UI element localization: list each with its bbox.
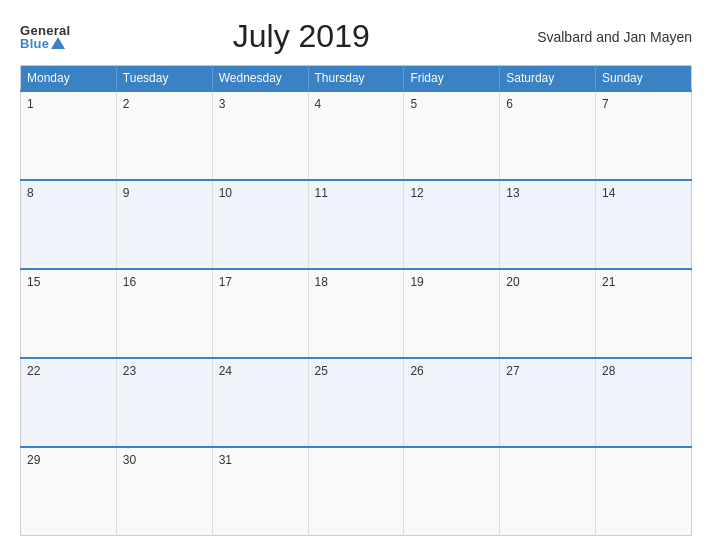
day-number: 1 (27, 97, 34, 111)
calendar-day-cell: 8 (21, 180, 117, 269)
logo-triangle-icon (51, 37, 65, 49)
calendar-header-row: MondayTuesdayWednesdayThursdayFridaySatu… (21, 66, 692, 92)
day-number: 26 (410, 364, 423, 378)
calendar-table: MondayTuesdayWednesdayThursdayFridaySatu… (20, 65, 692, 536)
calendar-week-row: 293031 (21, 447, 692, 536)
day-number: 18 (315, 275, 328, 289)
day-number: 20 (506, 275, 519, 289)
day-number: 4 (315, 97, 322, 111)
calendar-day-cell (308, 447, 404, 536)
calendar-page: General Blue July 2019 Svalbard and Jan … (0, 0, 712, 550)
weekday-header: Friday (404, 66, 500, 92)
day-number: 30 (123, 453, 136, 467)
calendar-week-row: 891011121314 (21, 180, 692, 269)
calendar-day-cell: 13 (500, 180, 596, 269)
day-number: 7 (602, 97, 609, 111)
calendar-day-cell: 15 (21, 269, 117, 358)
day-number: 23 (123, 364, 136, 378)
calendar-day-cell: 27 (500, 358, 596, 447)
calendar-day-cell: 23 (116, 358, 212, 447)
day-number: 8 (27, 186, 34, 200)
calendar-day-cell: 31 (212, 447, 308, 536)
day-number: 24 (219, 364, 232, 378)
calendar-day-cell: 11 (308, 180, 404, 269)
calendar-day-cell: 1 (21, 91, 117, 180)
day-number: 31 (219, 453, 232, 467)
day-number: 3 (219, 97, 226, 111)
calendar-day-cell: 6 (500, 91, 596, 180)
calendar-week-row: 22232425262728 (21, 358, 692, 447)
day-number: 14 (602, 186, 615, 200)
calendar-day-cell: 21 (596, 269, 692, 358)
calendar-day-cell: 16 (116, 269, 212, 358)
weekday-header: Monday (21, 66, 117, 92)
calendar-day-cell: 22 (21, 358, 117, 447)
calendar-day-cell: 29 (21, 447, 117, 536)
day-number: 22 (27, 364, 40, 378)
day-number: 28 (602, 364, 615, 378)
calendar-day-cell: 30 (116, 447, 212, 536)
calendar-day-cell: 18 (308, 269, 404, 358)
weekday-header: Sunday (596, 66, 692, 92)
calendar-day-cell: 2 (116, 91, 212, 180)
calendar-day-cell: 28 (596, 358, 692, 447)
calendar-day-cell: 24 (212, 358, 308, 447)
day-number: 17 (219, 275, 232, 289)
day-number: 6 (506, 97, 513, 111)
calendar-day-cell: 10 (212, 180, 308, 269)
day-number: 5 (410, 97, 417, 111)
day-number: 12 (410, 186, 423, 200)
calendar-day-cell: 20 (500, 269, 596, 358)
calendar-week-row: 15161718192021 (21, 269, 692, 358)
calendar-day-cell: 19 (404, 269, 500, 358)
logo-blue-text: Blue (20, 37, 65, 50)
weekday-header: Saturday (500, 66, 596, 92)
day-number: 16 (123, 275, 136, 289)
calendar-day-cell: 4 (308, 91, 404, 180)
day-number: 10 (219, 186, 232, 200)
logo: General Blue (20, 24, 71, 50)
weekday-header: Thursday (308, 66, 404, 92)
calendar-day-cell: 25 (308, 358, 404, 447)
header: General Blue July 2019 Svalbard and Jan … (20, 18, 692, 55)
day-number: 25 (315, 364, 328, 378)
day-number: 27 (506, 364, 519, 378)
calendar-day-cell: 5 (404, 91, 500, 180)
region-label: Svalbard and Jan Mayen (532, 29, 692, 45)
day-number: 21 (602, 275, 615, 289)
logo-general-text: General (20, 24, 71, 37)
calendar-day-cell: 9 (116, 180, 212, 269)
day-number: 2 (123, 97, 130, 111)
day-number: 29 (27, 453, 40, 467)
day-number: 9 (123, 186, 130, 200)
calendar-day-cell: 3 (212, 91, 308, 180)
day-number: 13 (506, 186, 519, 200)
month-title: July 2019 (71, 18, 532, 55)
calendar-day-cell: 26 (404, 358, 500, 447)
weekday-header: Wednesday (212, 66, 308, 92)
calendar-week-row: 1234567 (21, 91, 692, 180)
calendar-day-cell (500, 447, 596, 536)
day-number: 19 (410, 275, 423, 289)
calendar-day-cell: 7 (596, 91, 692, 180)
day-number: 11 (315, 186, 328, 200)
calendar-day-cell: 14 (596, 180, 692, 269)
calendar-day-cell: 17 (212, 269, 308, 358)
calendar-day-cell (404, 447, 500, 536)
calendar-day-cell (596, 447, 692, 536)
weekday-header: Tuesday (116, 66, 212, 92)
day-number: 15 (27, 275, 40, 289)
calendar-day-cell: 12 (404, 180, 500, 269)
